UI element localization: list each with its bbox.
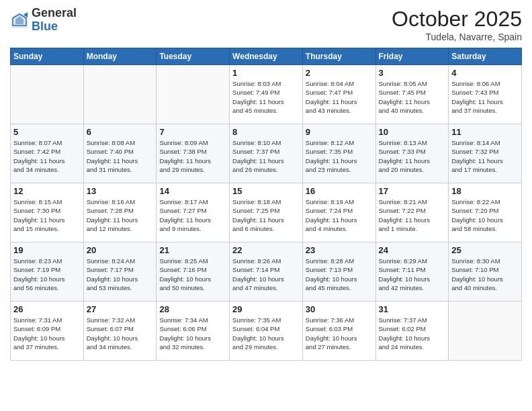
day-number: 15	[232, 186, 300, 196]
calendar-cell: 23Sunrise: 8:28 AM Sunset: 7:13 PM Dayli…	[302, 242, 375, 302]
week-row-1: 1Sunrise: 8:03 AM Sunset: 7:49 PM Daylig…	[11, 65, 522, 124]
day-number: 22	[232, 245, 300, 255]
header: General Blue October 2025 Tudela, Navarr…	[10, 7, 522, 42]
location: Tudela, Navarre, Spain	[392, 32, 522, 42]
day-number: 28	[159, 304, 226, 314]
col-header-sunday: Sunday	[11, 48, 84, 65]
day-number: 5	[13, 127, 81, 137]
day-number: 4	[451, 68, 519, 78]
day-info: Sunrise: 8:17 AM Sunset: 7:27 PM Dayligh…	[159, 197, 226, 233]
day-number: 20	[87, 245, 154, 255]
calendar-cell: 19Sunrise: 8:23 AM Sunset: 7:19 PM Dayli…	[11, 242, 84, 302]
day-info: Sunrise: 8:10 AM Sunset: 7:37 PM Dayligh…	[232, 138, 300, 174]
calendar-cell: 7Sunrise: 8:09 AM Sunset: 7:38 PM Daylig…	[157, 124, 230, 183]
day-number: 27	[87, 304, 154, 314]
day-info: Sunrise: 8:16 AM Sunset: 7:28 PM Dayligh…	[87, 197, 154, 233]
calendar-cell: 15Sunrise: 8:18 AM Sunset: 7:25 PM Dayli…	[230, 183, 303, 242]
logo-general-text: General	[32, 6, 77, 19]
day-info: Sunrise: 8:25 AM Sunset: 7:16 PM Dayligh…	[159, 257, 226, 292]
calendar-cell: 24Sunrise: 8:29 AM Sunset: 7:11 PM Dayli…	[375, 242, 449, 302]
day-info: Sunrise: 8:23 AM Sunset: 7:19 PM Dayligh…	[13, 257, 81, 292]
calendar: SundayMondayTuesdayWednesdayThursdayFrid…	[10, 48, 522, 361]
calendar-cell: 14Sunrise: 8:17 AM Sunset: 7:27 PM Dayli…	[157, 183, 230, 242]
day-number: 7	[159, 127, 226, 137]
day-info: Sunrise: 8:05 AM Sunset: 7:45 PM Dayligh…	[379, 79, 446, 115]
page: General Blue October 2025 Tudela, Navarr…	[0, 0, 532, 411]
day-number: 29	[232, 304, 300, 314]
day-info: Sunrise: 8:13 AM Sunset: 7:33 PM Dayligh…	[379, 138, 446, 174]
calendar-cell: 30Sunrise: 7:36 AM Sunset: 6:03 PM Dayli…	[302, 302, 375, 361]
day-info: Sunrise: 8:07 AM Sunset: 7:42 PM Dayligh…	[13, 138, 81, 174]
day-info: Sunrise: 8:15 AM Sunset: 7:30 PM Dayligh…	[13, 197, 81, 233]
title-block: October 2025 Tudela, Navarre, Spain	[392, 7, 522, 42]
day-number: 10	[379, 127, 446, 137]
calendar-cell: 4Sunrise: 8:06 AM Sunset: 7:43 PM Daylig…	[449, 65, 522, 124]
day-info: Sunrise: 8:12 AM Sunset: 7:35 PM Dayligh…	[306, 138, 373, 174]
calendar-header-row: SundayMondayTuesdayWednesdayThursdayFrid…	[11, 48, 522, 65]
calendar-cell: 9Sunrise: 8:12 AM Sunset: 7:35 PM Daylig…	[302, 124, 375, 183]
calendar-cell: 13Sunrise: 8:16 AM Sunset: 7:28 PM Dayli…	[83, 183, 157, 242]
calendar-cell: 8Sunrise: 8:10 AM Sunset: 7:37 PM Daylig…	[230, 124, 303, 183]
day-info: Sunrise: 7:36 AM Sunset: 6:03 PM Dayligh…	[306, 316, 373, 351]
calendar-cell: 31Sunrise: 7:37 AM Sunset: 6:02 PM Dayli…	[375, 302, 449, 361]
calendar-cell: 6Sunrise: 8:08 AM Sunset: 7:40 PM Daylig…	[83, 124, 157, 183]
col-header-friday: Friday	[375, 48, 449, 65]
calendar-cell: 27Sunrise: 7:32 AM Sunset: 6:07 PM Dayli…	[83, 302, 157, 361]
day-info: Sunrise: 8:03 AM Sunset: 7:49 PM Dayligh…	[232, 79, 300, 115]
day-number: 23	[306, 245, 373, 255]
day-number: 31	[379, 304, 446, 314]
day-number: 13	[87, 186, 154, 196]
week-row-2: 5Sunrise: 8:07 AM Sunset: 7:42 PM Daylig…	[11, 124, 522, 183]
day-info: Sunrise: 8:06 AM Sunset: 7:43 PM Dayligh…	[451, 79, 519, 115]
day-info: Sunrise: 8:24 AM Sunset: 7:17 PM Dayligh…	[87, 257, 154, 292]
day-info: Sunrise: 7:32 AM Sunset: 6:07 PM Dayligh…	[87, 316, 154, 351]
day-info: Sunrise: 8:30 AM Sunset: 7:10 PM Dayligh…	[451, 257, 519, 292]
calendar-cell: 28Sunrise: 7:34 AM Sunset: 6:06 PM Dayli…	[157, 302, 230, 361]
col-header-thursday: Thursday	[302, 48, 375, 65]
day-number: 2	[306, 68, 373, 78]
calendar-cell: 22Sunrise: 8:26 AM Sunset: 7:14 PM Dayli…	[230, 242, 303, 302]
day-number: 1	[232, 68, 300, 78]
col-header-tuesday: Tuesday	[157, 48, 230, 65]
calendar-cell: 12Sunrise: 8:15 AM Sunset: 7:30 PM Dayli…	[11, 183, 84, 242]
calendar-cell: 17Sunrise: 8:21 AM Sunset: 7:22 PM Dayli…	[375, 183, 449, 242]
day-number: 19	[13, 245, 81, 255]
calendar-cell: 18Sunrise: 8:22 AM Sunset: 7:20 PM Dayli…	[449, 183, 522, 242]
day-number: 25	[451, 245, 519, 255]
calendar-cell: 16Sunrise: 8:19 AM Sunset: 7:24 PM Dayli…	[302, 183, 375, 242]
day-info: Sunrise: 8:08 AM Sunset: 7:40 PM Dayligh…	[87, 138, 154, 174]
day-number: 3	[379, 68, 446, 78]
calendar-cell	[11, 65, 84, 124]
day-info: Sunrise: 8:09 AM Sunset: 7:38 PM Dayligh…	[159, 138, 226, 174]
day-number: 30	[306, 304, 373, 314]
day-number: 6	[87, 127, 154, 137]
day-info: Sunrise: 8:21 AM Sunset: 7:22 PM Dayligh…	[379, 197, 446, 233]
col-header-wednesday: Wednesday	[230, 48, 303, 65]
day-number: 17	[379, 186, 446, 196]
day-number: 12	[13, 186, 81, 196]
day-number: 14	[159, 186, 226, 196]
calendar-cell: 26Sunrise: 7:31 AM Sunset: 6:09 PM Dayli…	[11, 302, 84, 361]
day-number: 24	[379, 245, 446, 255]
logo-icon	[10, 11, 29, 30]
day-info: Sunrise: 8:14 AM Sunset: 7:32 PM Dayligh…	[451, 138, 519, 174]
day-info: Sunrise: 8:26 AM Sunset: 7:14 PM Dayligh…	[232, 257, 300, 292]
day-number: 11	[451, 127, 519, 137]
day-number: 26	[13, 304, 81, 314]
month-title: October 2025	[392, 7, 522, 32]
calendar-cell: 29Sunrise: 7:35 AM Sunset: 6:04 PM Dayli…	[230, 302, 303, 361]
logo-blue-text: Blue	[32, 19, 58, 33]
calendar-cell: 25Sunrise: 8:30 AM Sunset: 7:10 PM Dayli…	[449, 242, 522, 302]
calendar-cell: 11Sunrise: 8:14 AM Sunset: 7:32 PM Dayli…	[449, 124, 522, 183]
day-number: 18	[451, 186, 519, 196]
day-number: 9	[306, 127, 373, 137]
day-info: Sunrise: 7:35 AM Sunset: 6:04 PM Dayligh…	[232, 316, 300, 351]
day-info: Sunrise: 7:37 AM Sunset: 6:02 PM Dayligh…	[379, 316, 446, 351]
calendar-cell	[449, 302, 522, 361]
calendar-cell: 2Sunrise: 8:04 AM Sunset: 7:47 PM Daylig…	[302, 65, 375, 124]
day-number: 16	[306, 186, 373, 196]
day-info: Sunrise: 8:22 AM Sunset: 7:20 PM Dayligh…	[451, 197, 519, 233]
calendar-cell: 20Sunrise: 8:24 AM Sunset: 7:17 PM Dayli…	[83, 242, 157, 302]
week-row-3: 12Sunrise: 8:15 AM Sunset: 7:30 PM Dayli…	[11, 183, 522, 242]
week-row-4: 19Sunrise: 8:23 AM Sunset: 7:19 PM Dayli…	[11, 242, 522, 302]
